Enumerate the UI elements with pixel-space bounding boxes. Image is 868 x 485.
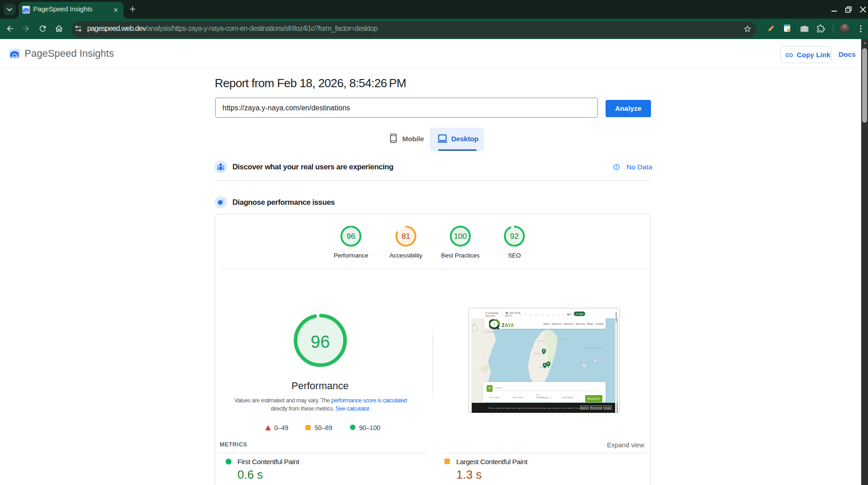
svg-text:96: 96 xyxy=(347,232,355,241)
svg-text:maplibre contributors: maplibre contributors xyxy=(586,347,602,349)
svg-text:81: 81 xyxy=(402,232,410,241)
svg-text:2: 2 xyxy=(493,322,495,326)
svg-text:Mahajanga: Mahajanga xyxy=(538,340,546,342)
svg-text:Toamasina: Toamasina xyxy=(560,338,568,340)
svg-text:92: 92 xyxy=(510,232,519,241)
svg-text:100: 100 xyxy=(454,232,467,241)
svg-text:Mozambique: Mozambique xyxy=(484,331,495,333)
